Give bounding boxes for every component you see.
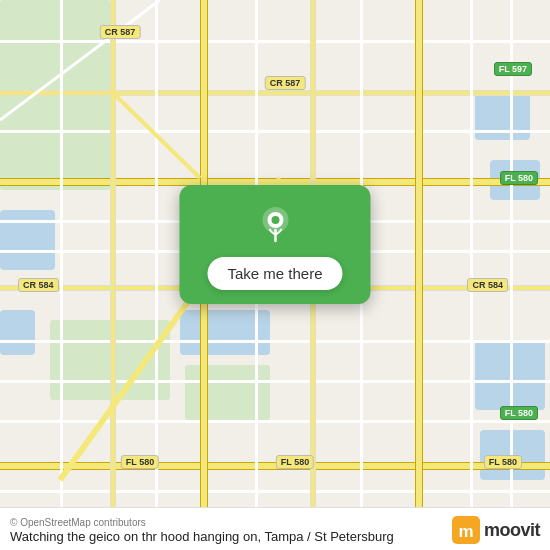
- label-fl580-bot1: FL 580: [121, 455, 159, 469]
- app: CR 587 CR 587 FL 597 FL 580 CR 584 CR 58…: [0, 0, 550, 550]
- bottom-bar-left: © OpenStreetMap contributors Watching th…: [10, 517, 394, 544]
- road-h-40: [0, 40, 550, 43]
- osm-attribution: © OpenStreetMap contributors: [10, 517, 394, 528]
- moovit-icon: m: [452, 516, 480, 544]
- road-v-60: [60, 0, 63, 507]
- location-pin-icon: [253, 202, 297, 246]
- map-container: CR 587 CR 587 FL 597 FL 580 CR 584 CR 58…: [0, 0, 550, 507]
- svg-text:m: m: [458, 522, 473, 541]
- bottom-bar: © OpenStreetMap contributors Watching th…: [0, 507, 550, 550]
- road-v-155: [155, 0, 158, 507]
- label-cr587-mid: CR 587: [265, 76, 306, 90]
- road-h-130: [0, 130, 550, 133]
- svg-point-6: [271, 215, 279, 223]
- road-v-470: [470, 0, 473, 507]
- road-h-340: [0, 340, 550, 343]
- label-fl597: FL 597: [494, 62, 532, 76]
- moovit-wordmark: moovit: [484, 520, 540, 541]
- label-fl580-bot2: FL 580: [276, 455, 314, 469]
- water-west: [0, 210, 55, 270]
- road-h-420: [0, 420, 550, 423]
- road-v-110: [110, 0, 116, 507]
- road-v-510: [510, 0, 513, 507]
- road-v-415: [415, 0, 423, 507]
- take-me-there-button[interactable]: Take me there: [207, 256, 342, 289]
- label-fl580-bot3: FL 580: [484, 455, 522, 469]
- label-cr584-left: CR 584: [18, 278, 59, 292]
- moovit-logo: m moovit: [452, 516, 540, 544]
- label-fl580-right2: FL 580: [500, 406, 538, 420]
- label-fl580-right1: FL 580: [500, 171, 538, 185]
- road-h-490: [0, 490, 550, 493]
- label-cr584-right: CR 584: [467, 278, 508, 292]
- destination-text: Watching the geico on thr hood hanging o…: [10, 529, 394, 544]
- water-sw: [0, 310, 35, 355]
- road-h-380: [0, 380, 550, 383]
- label-cr587-top: CR 587: [100, 25, 141, 39]
- road-h-90: [0, 90, 550, 96]
- popup-card[interactable]: Take me there: [179, 184, 370, 303]
